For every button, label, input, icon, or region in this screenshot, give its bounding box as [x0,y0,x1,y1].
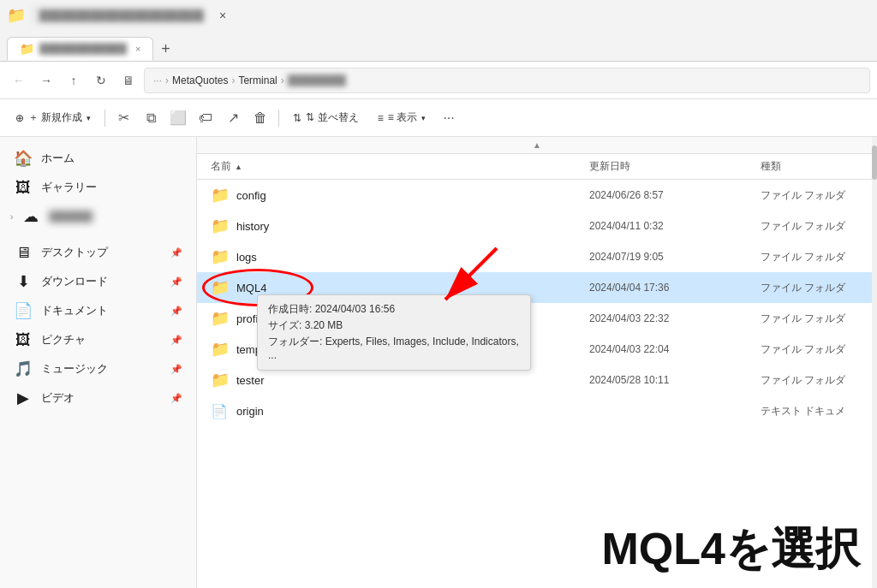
pin-icon-downloads: 📌 [170,276,182,288]
view-button[interactable]: ≡ ≡ 表示 ▾ [369,105,434,131]
scrollbar[interactable] [872,137,877,588]
file-date-profiles: 2024/04/03 22:32 [589,312,761,324]
sort-icon: ⇅ [293,112,301,124]
breadcrumb-terminal[interactable]: Terminal [238,74,277,86]
paste-button[interactable]: ⬜ [165,105,191,131]
main-layout: 🏠 ホーム 🖼 ギャラリー › ☁ ██████ 🖥 デスクトップ 📌 ⬇ ダウ… [0,137,877,588]
pictures-icon: 🖼 [14,331,33,349]
sidebar: 🏠 ホーム 🖼 ギャラリー › ☁ ██████ 🖥 デスクトップ 📌 ⬇ ダウ… [0,137,197,588]
up-button[interactable]: ↑ [62,68,86,92]
file-type-profiles: ファイル フォルダ [761,312,863,326]
file-type-mql4: ファイル フォルダ [761,281,863,295]
new-button[interactable]: ⊕ ＋ 新規作成 ▾ [7,105,99,131]
breadcrumb[interactable]: ··· › MetaQuotes › Terminal › ████████ [144,68,870,93]
cloud-icon: ☁ [21,207,40,226]
file-date-templates: 2024/04/03 22:04 [589,343,761,355]
breadcrumb-metaquotes[interactable]: MetaQuotes [172,74,228,86]
sort-label: ⇅ 並べ替え [306,110,358,125]
file-date-history: 2024/04/11 0:32 [589,220,761,232]
sidebar-item-pictures[interactable]: 🖼 ピクチャ 📌 [3,325,193,354]
sidebar-item-home[interactable]: 🏠 ホーム [3,144,193,173]
new-tab-button[interactable]: + [153,37,177,61]
instruction-text: MQL4を選択 [602,520,860,579]
file-name-config: config [236,189,589,202]
mql4-tooltip: 作成日時: 2024/04/03 16:56 サイズ: 3.20 MB フォルダ… [257,294,531,371]
file-row-config[interactable]: 📁 config 2024/06/26 8:57 ファイル フォルダ [197,180,877,211]
scroll-up-indicator[interactable]: ▲ [197,137,877,154]
forward-button[interactable]: → [34,68,58,92]
tab-folder-icon: 📁 [20,42,34,56]
column-date-label: 更新日時 [589,160,630,172]
downloads-icon: ⬇ [14,272,33,291]
share-button[interactable]: ↗ [220,105,246,131]
scroll-thumb[interactable] [872,146,877,180]
file-name-tester: tester [236,374,589,387]
tooltip-contains: フォルダー: Experts, Files, Images, Include, … [268,335,520,361]
file-row-origin[interactable]: 📄 origin テキスト ドキュメ [197,395,877,426]
breadcrumb-more[interactable]: ··· [153,74,162,86]
home-icon: 🏠 [14,149,33,168]
file-icon-origin: 📄 [211,403,230,419]
column-header-type[interactable]: 種類 [761,159,863,174]
sidebar-item-downloads-label: ダウンロード [41,274,108,289]
column-header-date[interactable]: 更新日時 [589,159,761,174]
file-row-profiles[interactable]: 📁 profiles 作成日時: 2024/04/03 16:56 サイズ: 3… [197,303,877,334]
file-type-tester: ファイル フォルダ [761,373,863,388]
column-header-name[interactable]: 名前 ▲ [211,159,589,174]
new-icon: ⊕ [15,112,24,124]
file-row-logs[interactable]: 📁 logs 2024/07/19 9:05 ファイル フォルダ [197,241,877,272]
file-header: 名前 ▲ 更新日時 種類 [197,154,877,180]
sidebar-item-cloud[interactable]: › ☁ ██████ [3,202,193,231]
sidebar-item-desktop[interactable]: 🖥 デスクトップ 📌 [3,238,193,267]
file-type-templates: ファイル フォルダ [761,342,863,357]
view-chevron-icon: ▾ [421,114,426,122]
refresh-button[interactable]: ↻ [89,68,113,92]
file-area: ▲ 名前 ▲ 更新日時 種類 📁 config 2024/06/26 8:57 … [197,137,877,588]
folder-icon-templates: 📁 [211,340,230,359]
sidebar-item-downloads[interactable]: ⬇ ダウンロード 📌 [3,267,193,296]
column-type-label: 種類 [761,160,781,172]
sidebar-item-documents[interactable]: 📄 ドキュメント 📌 [3,296,193,325]
folder-icon-tester: 📁 [211,371,230,389]
folder-icon-history: 📁 [211,217,230,235]
pin-icon-videos: 📌 [170,393,182,404]
title-bar-folder-icon: 📁 [7,6,26,25]
breadcrumb-sep0: › [165,74,169,86]
breadcrumb-sep1: › [231,74,235,86]
sort-asc-icon: ▲ [235,163,242,171]
sidebar-item-desktop-label: デスクトップ [41,245,108,260]
copy-button[interactable]: ⧉ [138,105,164,131]
pin-icon-documents: 📌 [170,306,182,317]
delete-button[interactable]: 🗑 [248,105,273,131]
toolbar-separator-2 [278,110,279,127]
cut-button[interactable]: ✂ [110,105,136,131]
file-date-config: 2024/06/26 8:57 [589,189,761,201]
breadcrumb-subfolder[interactable]: ████████ [288,74,346,86]
file-type-logs: ファイル フォルダ [761,250,863,264]
rename-button[interactable]: 🏷 [193,105,218,131]
tab-bar: 📁 ████████████ × + [0,31,877,62]
column-name-label: 名前 [211,159,231,174]
tab-close-icon[interactable]: × [135,44,140,54]
back-button[interactable]: ← [7,68,31,92]
sidebar-item-music-label: ミュージック [41,361,108,377]
documents-icon: 📄 [14,301,33,320]
active-tab[interactable]: 📁 ████████████ × [7,37,153,61]
sidebar-item-documents-label: ドキュメント [41,303,108,318]
monitor-button[interactable]: 🖥 [116,68,140,92]
sidebar-item-gallery[interactable]: 🖼 ギャラリー [3,173,193,202]
sort-button[interactable]: ⇅ ⇅ 並べ替え [284,105,367,131]
tab-title: ████████████ [39,43,127,55]
new-chevron-icon: ▾ [87,114,91,122]
sidebar-item-videos-label: ビデオ [41,390,75,406]
file-row-history[interactable]: 📁 history 2024/04/11 0:32 ファイル フォルダ [197,211,877,241]
more-button[interactable]: ··· [436,105,462,131]
sidebar-item-pictures-label: ピクチャ [41,332,86,347]
sidebar-item-videos[interactable]: ▶ ビデオ 📌 [3,383,193,413]
pin-icon-desktop: 📌 [170,247,182,258]
file-date-tester: 2024/05/28 10:11 [589,374,761,386]
sidebar-item-music[interactable]: 🎵 ミュージック 📌 [3,354,193,383]
tab-close-button[interactable]: × [211,3,235,27]
pin-icon-pictures: 📌 [170,335,182,346]
sidebar-item-cloud-label: ██████ [49,211,92,223]
